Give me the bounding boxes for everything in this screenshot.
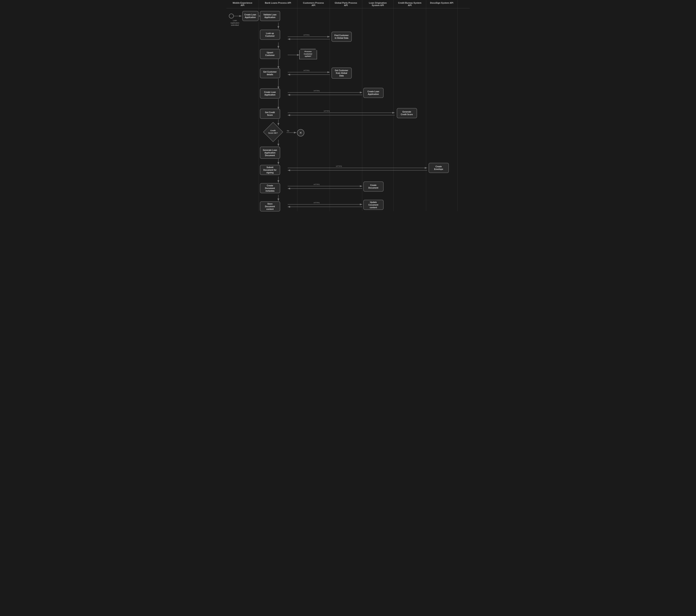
- find-customer-global: Find Customerin Global Data: [331, 32, 352, 42]
- upsert-customer: UpsertCustomer: [260, 49, 280, 59]
- lane-mobile: [226, 8, 259, 211]
- submit-doc: SubmitDocument forsigning: [260, 165, 280, 175]
- lane-customers: [297, 8, 330, 211]
- lane-docusign: [426, 8, 458, 211]
- diamond-container: CreditScore OK?: [266, 125, 280, 139]
- lookup-customer: Look upCustomer: [260, 30, 280, 40]
- generate-credit-score: GenerateCredit Score: [397, 108, 417, 118]
- loan-submitted-label: LoanApplicationsubmitted: [227, 19, 243, 27]
- generate-loan-doc: Generate LoanApplicationDocument: [260, 147, 280, 159]
- create-loan-mobile: Create LoanApplication: [242, 11, 258, 21]
- col-bank: Bank Loans Process API: [259, 0, 297, 8]
- process-customer: ProcessCustomerupdate*: [299, 49, 317, 59]
- update-doc-content: UpdateCocumentcontent: [363, 200, 383, 210]
- col-docusign: DocuSign System API: [426, 0, 458, 8]
- col-credit: Credit Bureau SystemAPI: [394, 0, 426, 8]
- process-customer-container: ProcessCustomerupdate*: [299, 48, 317, 60]
- create-envelope: CreateEnvelope: [429, 163, 449, 173]
- create-document: CreateDocument: [363, 181, 383, 192]
- get-customer-details: Get Customerdetails: [260, 68, 280, 78]
- create-loan-origination: Create LoanApplication: [363, 88, 383, 98]
- get-customer-global: Get Customerfrom GlobalData: [331, 67, 352, 79]
- lane-loan: [362, 8, 394, 211]
- col-global: Global Party ProcessAPI: [330, 0, 362, 8]
- diagram-container: Mobile ExperienceAPI Bank Loans Process …: [226, 0, 470, 215]
- create-doc-meta: CreateDocumentmetadata: [260, 183, 280, 193]
- start-circle: [229, 14, 234, 18]
- column-headers: Mobile ExperienceAPI Bank Loans Process …: [226, 0, 470, 8]
- col-mobile: Mobile ExperienceAPI: [226, 0, 259, 8]
- store-doc: StoreDocumentcontent: [260, 201, 280, 211]
- lanes: HTTPS HTTPS HTTPS HTTPS HTTPS: [226, 8, 470, 211]
- col-customers: Customers ProcessAPI: [297, 0, 330, 8]
- col-loan: Loan OriginationSystem API: [362, 0, 394, 8]
- get-credit-score: Get CreditScore: [260, 109, 280, 119]
- create-loan-bank: Create LoanApplication: [260, 89, 280, 98]
- validate-loan: Validate LoanApplication: [260, 11, 280, 21]
- x-circle: ✕: [297, 129, 304, 137]
